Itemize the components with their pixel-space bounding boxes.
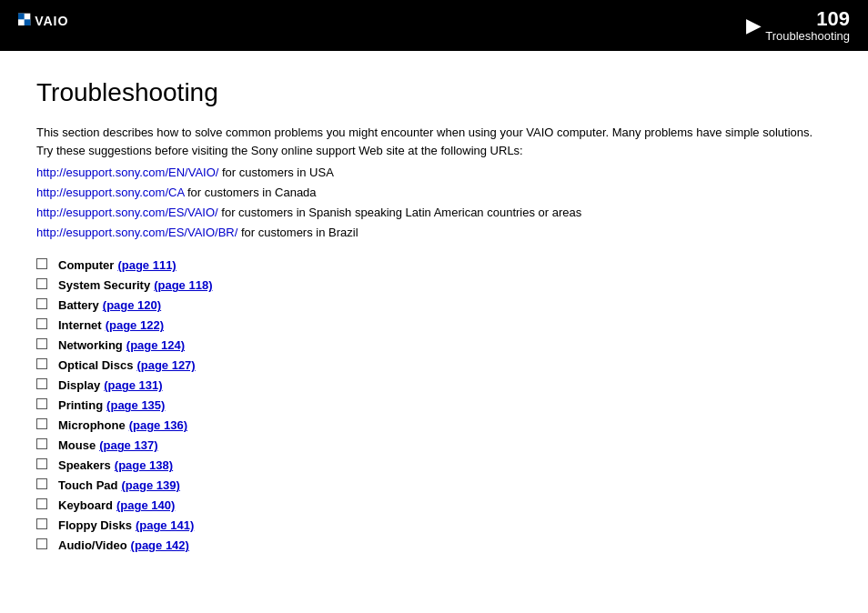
- svg-text:VAIO: VAIO: [35, 14, 68, 28]
- list-item: Speakers (page 138): [36, 457, 832, 472]
- list-item: Internet (page 122): [36, 317, 832, 332]
- checkbox-icon: [36, 258, 47, 269]
- main-content: Troubleshooting This section describes h…: [0, 51, 868, 576]
- toc-label: Floppy Disks: [58, 518, 132, 532]
- checkbox-icon: [36, 498, 47, 509]
- page-number: 109: [765, 9, 850, 29]
- checkbox-icon: [36, 358, 47, 369]
- toc-label: Speakers: [58, 458, 111, 472]
- checkbox-icon: [36, 278, 47, 289]
- list-item: Floppy Disks (page 141): [36, 518, 832, 532]
- toc-link[interactable]: (page 140): [116, 498, 175, 512]
- toc-label: Audio/Video: [58, 538, 127, 552]
- url-line-3: http://esupport.sony.com/ES/VAIO/ for cu…: [36, 203, 832, 223]
- toc-link[interactable]: (page 136): [129, 418, 187, 432]
- toc-label: Computer: [58, 258, 114, 272]
- url-link-3[interactable]: http://esupport.sony.com/ES/VAIO/: [36, 206, 218, 219]
- list-item: Battery (page 120): [36, 297, 832, 312]
- url-link-4[interactable]: http://esupport.sony.com/ES/VAIO/BR/: [36, 226, 237, 239]
- checkbox-icon: [36, 298, 47, 309]
- list-item: Mouse (page 137): [36, 437, 832, 452]
- checkbox-icon: [36, 438, 47, 449]
- vaio-logo: VAIO: [18, 12, 109, 39]
- toc-label: Printing: [58, 398, 103, 412]
- header-arrow: ▶: [746, 15, 760, 36]
- checkbox-icon: [36, 418, 47, 429]
- toc-label: Mouse: [58, 438, 96, 452]
- toc-link[interactable]: (page 142): [131, 538, 189, 552]
- header-section-title: Troubleshooting: [765, 29, 850, 43]
- toc-label: Display: [58, 378, 100, 392]
- toc-label: Internet: [58, 318, 102, 332]
- checkbox-icon: [36, 378, 47, 389]
- checkbox-icon: [36, 398, 47, 409]
- url-list: http://esupport.sony.com/EN/VAIO/ for cu…: [36, 163, 832, 243]
- toc-label: Touch Pad: [58, 478, 117, 492]
- toc-link[interactable]: (page 122): [106, 318, 164, 332]
- toc-label: Battery: [58, 298, 99, 312]
- intro-paragraph: This section describes how to solve comm…: [36, 124, 832, 159]
- list-item: Optical Discs (page 127): [36, 357, 832, 372]
- toc-list: Computer (page 111) System Security (pag…: [36, 257, 832, 552]
- toc-link[interactable]: (page 111): [117, 258, 176, 272]
- toc-link[interactable]: (page 131): [104, 378, 162, 392]
- list-item: Printing (page 135): [36, 397, 832, 412]
- checkbox-icon: [36, 518, 47, 529]
- url-suffix-4: for customers in Brazil: [237, 226, 358, 239]
- toc-link[interactable]: (page 127): [136, 358, 195, 372]
- toc-label: Keyboard: [58, 498, 113, 512]
- list-item: Audio/Video (page 142): [36, 538, 832, 552]
- toc-link[interactable]: (page 138): [115, 458, 173, 472]
- svg-rect-2: [25, 19, 31, 25]
- checkbox-icon: [36, 478, 47, 489]
- toc-link[interactable]: (page 141): [136, 518, 194, 532]
- list-item: Microphone (page 136): [36, 417, 832, 432]
- toc-label: Microphone: [58, 418, 126, 432]
- url-suffix-2: for customers in Canada: [184, 186, 316, 199]
- toc-label: Networking: [58, 338, 123, 352]
- list-item: Computer (page 111): [36, 257, 832, 272]
- url-link-2[interactable]: http://esupport.sony.com/CA: [36, 186, 184, 199]
- url-line-2: http://esupport.sony.com/CA for customer…: [36, 183, 832, 203]
- checkbox-icon: [36, 338, 47, 349]
- toc-link[interactable]: (page 118): [154, 278, 212, 292]
- toc-label: System Security: [58, 278, 150, 292]
- page-title: Troubleshooting: [36, 78, 832, 107]
- toc-label: Optical Discs: [58, 358, 133, 372]
- list-item: Keyboard (page 140): [36, 497, 832, 512]
- url-suffix-3: for customers in Spanish speaking Latin …: [218, 206, 582, 219]
- list-item: Display (page 131): [36, 377, 832, 392]
- toc-link[interactable]: (page 137): [99, 438, 157, 452]
- url-line-4: http://esupport.sony.com/ES/VAIO/BR/ for…: [36, 223, 832, 243]
- checkbox-icon: [36, 318, 47, 329]
- url-line-1: http://esupport.sony.com/EN/VAIO/ for cu…: [36, 163, 832, 183]
- list-item: System Security (page 118): [36, 277, 832, 292]
- page-header: VAIO ▶ 109 Troubleshooting: [0, 0, 868, 51]
- toc-link[interactable]: (page 139): [121, 478, 179, 492]
- checkbox-icon: [36, 458, 47, 469]
- checkbox-icon: [36, 538, 47, 549]
- list-item: Networking (page 124): [36, 337, 832, 352]
- toc-link[interactable]: (page 124): [126, 338, 185, 352]
- header-page-info: ▶ 109 Troubleshooting: [746, 9, 850, 43]
- svg-rect-1: [18, 14, 25, 20]
- toc-link[interactable]: (page 120): [103, 298, 161, 312]
- toc-link[interactable]: (page 135): [106, 398, 165, 412]
- list-item: Touch Pad (page 139): [36, 477, 832, 492]
- url-suffix-1: for customers in USA: [218, 166, 333, 179]
- url-link-1[interactable]: http://esupport.sony.com/EN/VAIO/: [36, 166, 218, 179]
